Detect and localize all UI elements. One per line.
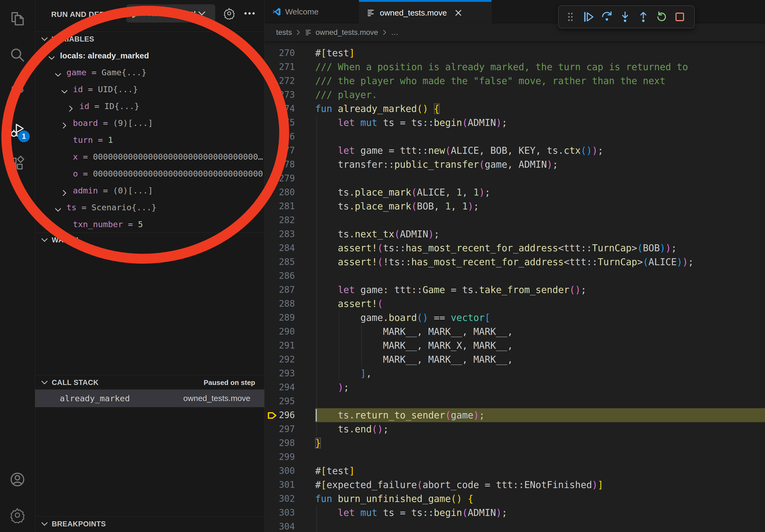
chevron-right-icon[interactable] (67, 102, 75, 111)
gutter-line-272[interactable]: 272 (264, 74, 315, 88)
code-line-274[interactable]: 274fun already_marked() { (264, 102, 765, 116)
explorer-icon[interactable] (9, 10, 26, 27)
code-line-271[interactable]: 271/// When a position is already marked… (264, 60, 765, 74)
step-into-button[interactable] (619, 10, 631, 23)
gutter-line-281[interactable]: 281 (264, 199, 315, 213)
code-line-297[interactable]: 297 ts.end(); (264, 422, 765, 436)
gutter-line-278[interactable]: 278 (264, 157, 315, 171)
gutter-line-271[interactable]: 271 (264, 60, 315, 74)
chevron-right-icon[interactable] (60, 119, 69, 128)
breakpoints-section-header[interactable]: BREAKPOINTS (35, 516, 264, 531)
variable-row-x[interactable]: x = 000000000000000000000000000000000… (35, 148, 264, 165)
start-debug-icon[interactable] (130, 7, 142, 20)
code-line-299[interactable]: 299 (264, 450, 765, 464)
code-line-277[interactable]: 277 let game = ttt::new(ALICE, BOB, KEY,… (264, 143, 765, 157)
gutter-line-290[interactable]: 290 (264, 325, 315, 339)
code-line-270[interactable]: 270#[test] (264, 46, 765, 60)
code-line-294[interactable]: 294 ); (264, 381, 765, 394)
variables-section-header[interactable]: VARIABLES (35, 32, 264, 46)
step-over-button[interactable] (600, 10, 613, 23)
chevron-down-icon[interactable] (54, 68, 62, 77)
code-line-302[interactable]: 302fun burn_unfinished_game() { (264, 492, 765, 506)
more-actions-icon[interactable] (243, 7, 256, 20)
call-stack-section-header[interactable]: CALL STACK Paused on step (35, 375, 264, 390)
code-line-293[interactable]: 293 ], (264, 367, 765, 381)
code-line-284[interactable]: 284 assert!(ts::has_most_recent_for_addr… (264, 241, 765, 255)
code-line-289[interactable]: 289 game.board() == vector[ (264, 311, 765, 325)
account-icon[interactable] (9, 471, 26, 488)
close-icon[interactable] (454, 8, 463, 17)
step-out-button[interactable] (637, 10, 650, 23)
code-line-287[interactable]: 287 let game: ttt::Game = ts.take_from_s… (264, 283, 765, 297)
code-line-290[interactable]: 290 MARK__, MARK__, MARK__, (264, 325, 765, 339)
code-line-298[interactable]: 298} (264, 436, 765, 450)
gutter-line-293[interactable]: 293 (264, 367, 315, 381)
gutter-line-285[interactable]: 285 (264, 255, 315, 269)
variable-row-board[interactable]: board = (9)[...] (35, 115, 264, 132)
gutter-line-292[interactable]: 292 (264, 353, 315, 367)
code-line-282[interactable]: 282 (264, 213, 765, 227)
breadcrumb-item[interactable]: owned_tests.move (305, 28, 378, 37)
gear-icon[interactable] (223, 7, 236, 20)
gutter-line-291[interactable]: 291 (264, 339, 315, 353)
code-line-304[interactable]: 304 (264, 520, 765, 532)
variable-row-scope[interactable]: locals: already_marked (35, 47, 264, 64)
code-line-286[interactable]: 286 (264, 269, 765, 283)
chevron-down-icon[interactable] (47, 51, 56, 60)
gutter-line-280[interactable]: 280 (264, 185, 315, 199)
breadcrumb-item[interactable]: tests (276, 28, 292, 37)
gutter-line-304[interactable]: 304 (264, 520, 315, 532)
variable-row-txn_number[interactable]: txn_number = 5 (35, 216, 264, 233)
gutter-line-274[interactable]: 274 (264, 102, 315, 116)
gutter-line-302[interactable]: 302 (264, 492, 315, 506)
gutter-line-275[interactable]: 275 (264, 116, 315, 130)
call-stack-frame-row[interactable]: already_marked owned_tests.move (35, 390, 264, 407)
chevron-down-icon[interactable] (54, 203, 62, 212)
gripper-handle[interactable] (564, 10, 577, 23)
variable-row-admin[interactable]: admin = (0)[...] (35, 182, 264, 199)
code-line-281[interactable]: 281 ts.place_mark(BOB, 1, 1); (264, 199, 765, 213)
gutter-line-300[interactable]: 300 (264, 464, 315, 478)
variable-row-id[interactable]: id = UID{...} (35, 81, 264, 98)
gutter-line-282[interactable]: 282 (264, 213, 315, 227)
code-line-303[interactable]: 303 let mut ts = ts::begin(ADMIN); (264, 506, 765, 520)
extensions-icon[interactable] (9, 155, 26, 172)
source-control-icon[interactable] (9, 84, 26, 101)
stop-button[interactable] (673, 10, 686, 23)
gutter-line-277[interactable]: 277 (264, 143, 315, 157)
gutter-line-299[interactable]: 299 (264, 450, 315, 464)
gutter-line-273[interactable]: 273 (264, 88, 315, 102)
code-line-292[interactable]: 292 MARK__, MARK__, MARK__, (264, 353, 765, 367)
gutter-line-298[interactable]: 298 (264, 436, 315, 450)
gutter-line-289[interactable]: 289 (264, 311, 315, 325)
code-editor[interactable]: 270#[test]271/// When a position is alre… (264, 41, 765, 532)
gutter-line-276[interactable]: 276 (264, 130, 315, 143)
tab-welcome[interactable]: Welcome (264, 0, 359, 24)
code-line-279[interactable]: 279 (264, 171, 765, 185)
gutter-line-297[interactable]: 297 (264, 422, 315, 436)
restart-button[interactable] (655, 10, 668, 23)
variable-row-o[interactable]: o = 0000000000000000000000000000000000. (35, 165, 264, 182)
variable-row-id[interactable]: id = ID{...} (35, 98, 264, 115)
gutter-line-286[interactable]: 286 (264, 269, 315, 283)
gutter-line-294[interactable]: 294 (264, 381, 315, 394)
code-line-272[interactable]: 272/// the player who made the "false" m… (264, 74, 765, 88)
run-and-debug-icon[interactable]: 1 (9, 122, 26, 139)
code-line-275[interactable]: 275 let mut ts = ts::begin(ADMIN); (264, 116, 765, 130)
continue-button[interactable] (582, 10, 595, 23)
code-line-283[interactable]: 283 ts.next_tx(ADMIN); (264, 227, 765, 241)
code-line-280[interactable]: 280 ts.place_mark(ALICE, 1, 1); (264, 185, 765, 199)
code-line-278[interactable]: 278 transfer::public_transfer(game, ADMI… (264, 157, 765, 171)
gutter-line-303[interactable]: 303 (264, 506, 315, 520)
code-line-300[interactable]: 300#[test] (264, 464, 765, 478)
code-line-273[interactable]: 273/// player. (264, 88, 765, 102)
variable-row-game[interactable]: game = Game{...} (35, 64, 264, 81)
variable-row-ts[interactable]: ts = Scenario{...} (35, 199, 264, 216)
code-line-301[interactable]: 301#[expected_failure(abort_code = ttt::… (264, 478, 765, 492)
code-line-291[interactable]: 291 MARK__, MARK_X, MARK__, (264, 339, 765, 353)
gutter-line-279[interactable]: 279 (264, 171, 315, 185)
search-icon[interactable] (9, 46, 26, 64)
gutter-line-301[interactable]: 301 (264, 478, 315, 492)
gutter-line-288[interactable]: 288 (264, 297, 315, 311)
code-line-296[interactable]: 296 ts.return_to_sender(game); (264, 408, 765, 422)
